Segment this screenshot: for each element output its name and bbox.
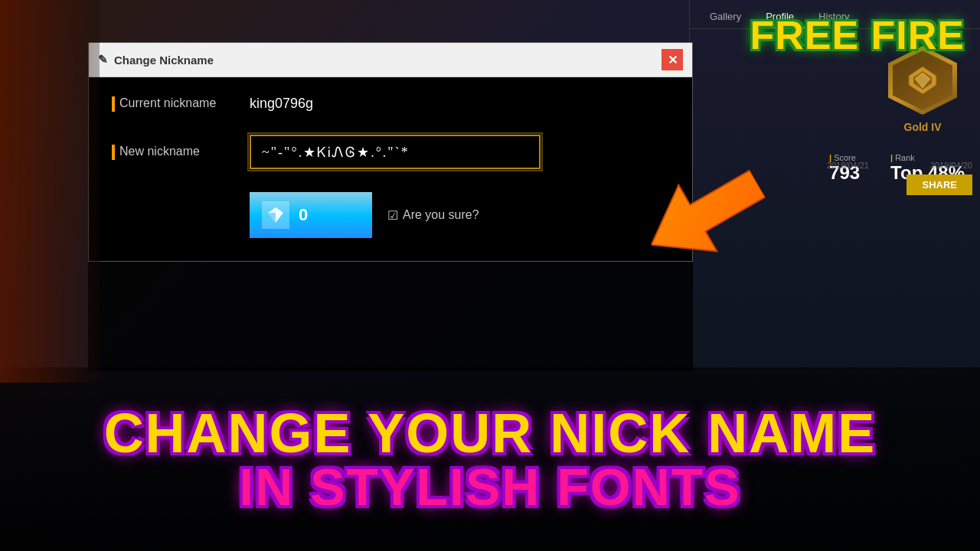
new-label-indicator (112, 145, 115, 160)
current-nickname-label: Current nickname (119, 96, 216, 110)
cost-row: 0 ☑ Are you sure? (250, 192, 669, 238)
diamond-cost-button[interactable]: 0 (250, 192, 372, 238)
dialog-body: Current nickname king0796g New nickname (89, 77, 692, 261)
current-label-indicator (112, 96, 115, 112)
new-nickname-label: New nickname (119, 145, 200, 158)
share-button[interactable]: SHARE (906, 174, 972, 195)
main-title-line1: CHANGE YOUR NICK NAME (104, 406, 877, 461)
new-nickname-label-container: New nickname (112, 145, 234, 160)
dates-row: 2019/04/21 2019/04/20 (827, 161, 972, 170)
bottom-overlay: CHANGE YOUR NICK NAME IN STYLISH FONTS (0, 367, 980, 551)
freefire-title: FREE FIRE (750, 15, 965, 55)
tab-gallery[interactable]: Gallery (697, 6, 753, 28)
change-nickname-dialog: ✎ Change Nickname ✕ Current nickname kin… (88, 42, 693, 262)
rank-section: Gold IV (888, 46, 957, 133)
diamond-icon (262, 201, 289, 229)
dialog-background: ✎ Change Nickname ✕ Current nickname kin… (88, 42, 693, 371)
character-silhouette (0, 0, 100, 383)
new-nickname-row: New nickname (112, 135, 669, 169)
confirm-text: ☑ Are you sure? (387, 208, 479, 223)
diamond-cost-value: 0 (299, 205, 308, 225)
close-button[interactable]: ✕ (662, 49, 683, 70)
svg-marker-7 (632, 151, 777, 279)
svg-marker-6 (268, 213, 276, 223)
current-nickname-row: Current nickname king0796g (112, 96, 669, 112)
date-2: 2019/04/20 (930, 161, 972, 170)
new-nickname-input[interactable] (250, 135, 541, 169)
rank-diamond-icon (907, 65, 938, 96)
arrow-indicator (643, 168, 766, 263)
checkmark-icon: ☑ (387, 208, 398, 223)
main-title-line2: IN STYLISH FONTS (239, 461, 740, 513)
dialog-titlebar: ✎ Change Nickname ✕ (89, 43, 692, 77)
current-nickname-label-container: Current nickname (112, 96, 234, 112)
rank-name: Gold IV (888, 121, 957, 133)
new-nickname-input-wrapper (250, 135, 541, 169)
diamond-svg (266, 206, 285, 224)
date-1: 2019/04/21 (827, 161, 869, 170)
current-nickname-value: king0796g (250, 96, 313, 112)
dialog-title: ✎ Change Nickname (98, 53, 214, 67)
